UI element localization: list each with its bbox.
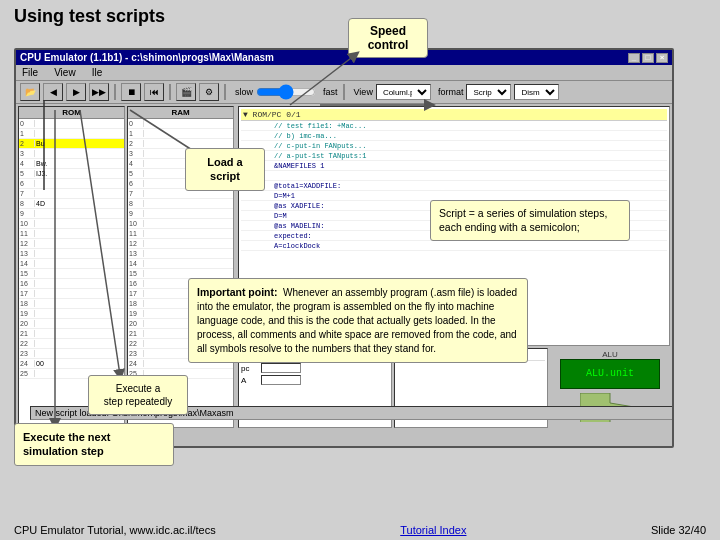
- code-line-12: A=clockDock: [241, 241, 667, 251]
- output-select[interactable]: Disme...: [514, 84, 559, 100]
- rom-header: ROM: [19, 107, 124, 119]
- rom-row-19[interactable]: 19: [19, 309, 124, 319]
- minimize-button[interactable]: _: [628, 53, 640, 63]
- rom-row-22[interactable]: 22: [19, 339, 124, 349]
- footer-credit: CPU Emulator Tutorial, www.idc.ac.il/tec…: [14, 524, 216, 536]
- code-header: ▼ ROM/PC 0/1: [241, 109, 667, 121]
- load-button[interactable]: 📂: [20, 83, 40, 101]
- a-reg-row: A: [241, 375, 389, 385]
- rom-row-15[interactable]: 15: [19, 269, 124, 279]
- ram-row-1[interactable]: 1: [128, 129, 233, 139]
- rom-row-5[interactable]: 5IJ3.: [19, 169, 124, 179]
- view-select[interactable]: Columl.pu: [376, 84, 431, 100]
- rom-row-24[interactable]: 2400: [19, 359, 124, 369]
- rom-row-18[interactable]: 18: [19, 299, 124, 309]
- important-point-text: Important point: Whenever an assembly pr…: [197, 287, 517, 354]
- rom-row-9[interactable]: 9: [19, 209, 124, 219]
- format-label: format: [438, 87, 464, 97]
- alu-display: ALU.unit: [560, 359, 660, 389]
- emulator-title: CPU Emulator (1.1b1) - c:\shimon\progs\M…: [20, 52, 274, 63]
- rewind-button[interactable]: ⏮: [144, 83, 164, 101]
- film-button[interactable]: 🎬: [176, 83, 196, 101]
- emulator-window-buttons[interactable]: _ □ ×: [628, 53, 668, 63]
- rom-row-1[interactable]: 1: [19, 129, 124, 139]
- ram-row-9[interactable]: 9: [128, 209, 233, 219]
- speed-control-label: Speed control: [368, 24, 409, 52]
- stop-button[interactable]: ⏹: [121, 83, 141, 101]
- rom-row-14[interactable]: 14: [19, 259, 124, 269]
- view-label: View: [354, 87, 373, 97]
- menu-file[interactable]: File: [20, 66, 40, 79]
- pc-input[interactable]: [261, 363, 301, 373]
- footer-tutorial-link[interactable]: Tutorial Index: [400, 524, 466, 536]
- rom-row-11[interactable]: 11: [19, 229, 124, 239]
- step-back-button[interactable]: ◀: [43, 83, 63, 101]
- a-reg-input[interactable]: [261, 375, 301, 385]
- slide-number: Slide 32/40: [651, 524, 706, 536]
- maximize-button[interactable]: □: [642, 53, 654, 63]
- rom-row-17[interactable]: 17: [19, 289, 124, 299]
- rom-row-0[interactable]: 0: [19, 119, 124, 129]
- ram-row-10[interactable]: 10: [128, 219, 233, 229]
- footer: CPU Emulator Tutorial, www.idc.ac.il/tec…: [0, 524, 720, 536]
- gear-button[interactable]: ⚙: [199, 83, 219, 101]
- code-line-6: @total=XADDFILE:: [241, 181, 667, 191]
- alu-label: ALU: [602, 350, 618, 359]
- toolbar-separator-1: [114, 84, 116, 100]
- ram-row-12[interactable]: 12: [128, 239, 233, 249]
- page-title: Using test scripts: [14, 6, 165, 27]
- right-panel: ▼ ROM/PC 0/1 // test file1: +Mac... // b…: [236, 104, 672, 430]
- run-button[interactable]: ▶▶: [89, 83, 109, 101]
- alu-value: ALU.unit: [586, 368, 634, 379]
- emulator-menubar: File View Ile: [16, 65, 672, 81]
- rom-row-16[interactable]: 16: [19, 279, 124, 289]
- ram-row-13[interactable]: 13: [128, 249, 233, 259]
- ram-row-14[interactable]: 14: [128, 259, 233, 269]
- pc-label: pc: [241, 364, 257, 373]
- ram-row-8[interactable]: 8: [128, 199, 233, 209]
- speed-slider[interactable]: [256, 86, 316, 98]
- script-select[interactable]: Scrip...: [466, 84, 511, 100]
- slow-label: slow: [235, 87, 253, 97]
- rom-row-6[interactable]: 6: [19, 179, 124, 189]
- toolbar-separator-2: [169, 84, 171, 100]
- rom-row-13[interactable]: 13: [19, 249, 124, 259]
- exec-next-step-text: Execute the next simulation step: [23, 431, 110, 457]
- code-line-4: &NAMEFILES 1: [241, 161, 667, 171]
- script-def-text: Script = a series of simulation steps, e…: [439, 207, 607, 233]
- step-forward-button[interactable]: ▶: [66, 83, 86, 101]
- exec-next-step-callout: Execute the next simulation step: [14, 423, 174, 466]
- rom-row-10[interactable]: 10: [19, 219, 124, 229]
- rom-row-2[interactable]: 2Bu: [19, 139, 124, 149]
- rom-row-21[interactable]: 21: [19, 329, 124, 339]
- menu-view[interactable]: View: [52, 66, 78, 79]
- important-point-callout: Important point: Whenever an assembly pr…: [188, 278, 528, 363]
- menu-ile[interactable]: Ile: [90, 66, 105, 79]
- fast-label: fast: [323, 87, 338, 97]
- toolbar-separator-3: [224, 84, 226, 100]
- a-reg-label: A: [241, 376, 257, 385]
- load-script-callout: Load ascript: [185, 148, 265, 191]
- rom-row-12[interactable]: 12: [19, 239, 124, 249]
- ram-row-11[interactable]: 11: [128, 229, 233, 239]
- close-button[interactable]: ×: [656, 53, 668, 63]
- ram-row-0[interactable]: 0: [128, 119, 233, 129]
- code-line-5: [241, 171, 667, 181]
- code-line-1: // b) imc-ma...: [241, 131, 667, 141]
- load-script-label: Load ascript: [207, 156, 242, 182]
- rom-row-20[interactable]: 20: [19, 319, 124, 329]
- pc-row: pc: [241, 363, 389, 373]
- script-def-callout: Script = a series of simulation steps, e…: [430, 200, 630, 241]
- exec-step-repeat-text: Execute a step repeatedly: [104, 383, 172, 407]
- rom-row-7[interactable]: 7: [19, 189, 124, 199]
- rom-row-3[interactable]: 3: [19, 149, 124, 159]
- ram-header: RAM: [128, 107, 233, 119]
- code-line-3: // a-put-1st TANputs:1: [241, 151, 667, 161]
- rom-row-8[interactable]: 84D: [19, 199, 124, 209]
- code-line-0: // test file1: +Mac...: [241, 121, 667, 131]
- speed-control-callout: Speed control: [348, 18, 428, 58]
- emulator-toolbar: 📂 ◀ ▶ ▶▶ ⏹ ⏮ 🎬 ⚙ slow fast View Columl.p…: [16, 81, 672, 104]
- exec-step-repeat-callout: Execute a step repeatedly: [88, 375, 188, 415]
- rom-row-23[interactable]: 23: [19, 349, 124, 359]
- rom-row-4[interactable]: 4Bw.: [19, 159, 124, 169]
